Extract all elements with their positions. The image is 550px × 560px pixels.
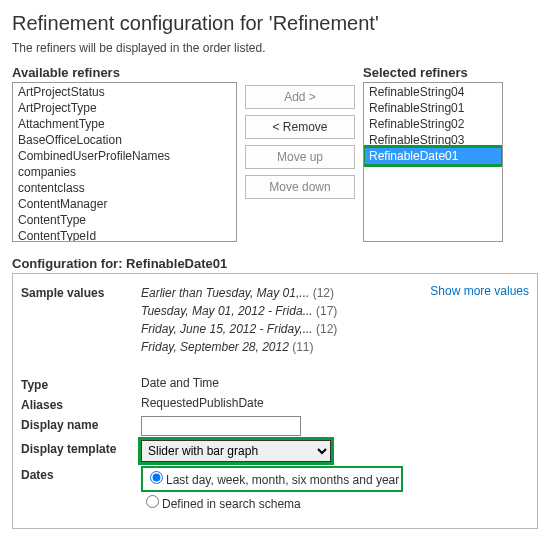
- show-more-link[interactable]: Show more values: [430, 284, 529, 298]
- dates-radio-group: Last day, week, month, six months and ye…: [141, 466, 529, 514]
- type-value: Date and Time: [141, 376, 529, 390]
- movedown-button[interactable]: Move down: [245, 175, 355, 199]
- refiner-picker: Available refiners ArtProjectStatusArtPr…: [12, 65, 538, 242]
- list-item[interactable]: companies: [14, 164, 235, 180]
- add-button[interactable]: Add >: [245, 85, 355, 109]
- aliases-value: RequestedPublishDate: [141, 396, 529, 410]
- available-listbox[interactable]: ArtProjectStatusArtProjectTypeAttachment…: [12, 82, 237, 242]
- dates-option-2[interactable]: Defined in search schema: [141, 492, 529, 514]
- dates-label: Dates: [21, 466, 141, 482]
- dates-option-1[interactable]: Last day, week, month, six months and ye…: [145, 468, 399, 490]
- available-column: Available refiners ArtProjectStatusArtPr…: [12, 65, 237, 242]
- list-item[interactable]: RefinableString03: [365, 132, 501, 148]
- displayname-label: Display name: [21, 416, 141, 432]
- moveup-button[interactable]: Move up: [245, 145, 355, 169]
- list-item[interactable]: ContentType: [14, 212, 235, 228]
- config-section-title: Configuration for: RefinableDate01: [12, 256, 538, 271]
- selected-listbox[interactable]: RefinableString04RefinableString01Refina…: [363, 82, 503, 242]
- list-item[interactable]: ContentTypeId: [14, 228, 235, 242]
- sample-row: Friday, June 15, 2012 - Friday,... (12): [141, 320, 529, 338]
- remove-button[interactable]: < Remove: [245, 115, 355, 139]
- aliases-label: Aliases: [21, 396, 141, 412]
- template-label: Display template: [21, 440, 141, 456]
- list-item[interactable]: ArtProjectType: [14, 100, 235, 116]
- dates-radio-2[interactable]: [146, 495, 159, 508]
- list-item[interactable]: RefinableString04: [365, 84, 501, 100]
- sample-values-label: Sample values: [21, 284, 141, 300]
- list-item[interactable]: RefinableDate01: [365, 148, 501, 164]
- sample-row: Tuesday, May 01, 2012 - Frida... (17): [141, 302, 529, 320]
- list-item[interactable]: RefinableString01: [365, 100, 501, 116]
- list-item[interactable]: CombinedUserProfileNames: [14, 148, 235, 164]
- dates-radio-1[interactable]: [150, 471, 163, 484]
- list-item[interactable]: ArtProjectStatus: [14, 84, 235, 100]
- config-panel: Sample values Show more values Earlier t…: [12, 273, 538, 529]
- list-item[interactable]: ContentManager: [14, 196, 235, 212]
- move-buttons: Add > < Remove Move up Move down: [245, 85, 355, 199]
- page-title: Refinement configuration for 'Refinement…: [12, 12, 538, 35]
- list-item[interactable]: RefinableString02: [365, 116, 501, 132]
- list-item[interactable]: BaseOfficeLocation: [14, 132, 235, 148]
- selected-label: Selected refiners: [363, 65, 503, 80]
- list-item[interactable]: contentclass: [14, 180, 235, 196]
- displayname-input[interactable]: [141, 416, 301, 436]
- list-item[interactable]: AttachmentType: [14, 116, 235, 132]
- selected-column: Selected refiners RefinableString04Refin…: [363, 65, 503, 242]
- type-label: Type: [21, 376, 141, 392]
- sample-row: Friday, September 28, 2012 (11): [141, 338, 529, 356]
- template-select[interactable]: Slider with bar graph: [141, 440, 331, 462]
- page-subtitle: The refiners will be displayed in the or…: [12, 41, 538, 55]
- available-label: Available refiners: [12, 65, 237, 80]
